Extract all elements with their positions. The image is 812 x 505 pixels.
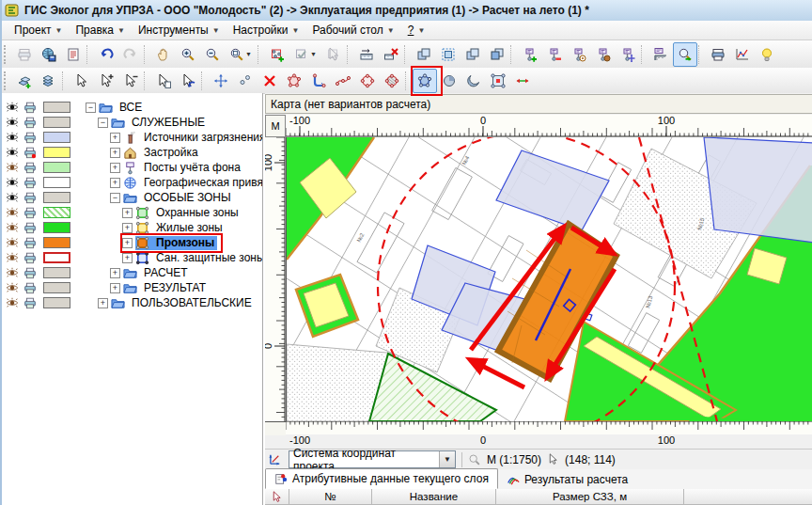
- move-post-button[interactable]: [616, 42, 640, 67]
- pan-hand-button[interactable]: [151, 42, 176, 67]
- shape-subtract-button[interactable]: [485, 42, 509, 67]
- layer-row-3[interactable]: +Источники загрязнения ат...: [2, 130, 262, 145]
- layer-row-11[interactable]: +Сан. защитные зоны: [2, 250, 262, 265]
- layer-row-2[interactable]: −СЛУЖЕБНЫЕ: [2, 115, 262, 130]
- layer-print-icon[interactable]: [23, 266, 39, 280]
- layer-color-swatch[interactable]: [43, 252, 70, 263]
- layer-print-icon[interactable]: [23, 191, 39, 205]
- map-canvas[interactable]: №2 №4 №15 №13: [286, 137, 812, 421]
- tree-expander-icon[interactable]: −: [86, 103, 96, 113]
- column-header-2[interactable]: Название: [372, 489, 496, 505]
- layer-label[interactable]: ОСОБЫЕ ЗОНЫ: [141, 191, 234, 205]
- dropdown-caret-icon[interactable]: ▼: [310, 51, 317, 57]
- zoom-out-button[interactable]: [200, 42, 225, 67]
- frame-center-button[interactable]: [486, 69, 510, 93]
- post-fon-button[interactable]: [591, 42, 616, 67]
- tips-button[interactable]: [755, 42, 779, 67]
- tree-expander-icon[interactable]: +: [110, 163, 120, 173]
- layer-color-swatch[interactable]: [43, 207, 70, 218]
- add-post-button[interactable]: [518, 42, 542, 67]
- layer-visibility-eye-icon[interactable]: [6, 236, 21, 250]
- layer-print-icon[interactable]: [23, 131, 39, 145]
- tab-results[interactable]: Результаты расчета: [498, 470, 636, 489]
- layer-label[interactable]: РАСЧЕТ: [141, 266, 191, 280]
- layer-visibility-eye-icon[interactable]: [6, 296, 21, 310]
- tree-expander-icon[interactable]: −: [98, 118, 108, 128]
- delete-vertex-button[interactable]: [258, 69, 282, 93]
- select-add-button[interactable]: [94, 69, 118, 93]
- layer-color-swatch[interactable]: [43, 297, 70, 308]
- layer-color-swatch[interactable]: [43, 192, 70, 203]
- layer-print-icon[interactable]: [23, 206, 39, 220]
- layer-visibility-eye-icon[interactable]: [6, 191, 21, 205]
- tree-expander-icon[interactable]: +: [110, 283, 120, 293]
- layer-label[interactable]: СЛУЖЕБНЫЕ: [129, 116, 208, 130]
- layer-label[interactable]: ВСЕ: [117, 101, 145, 115]
- layer-row-9[interactable]: +Жилые зоны: [2, 220, 262, 235]
- toolbar-grip[interactable]: [4, 45, 10, 64]
- layer-visibility-eye-icon[interactable]: [6, 206, 21, 220]
- select-minus-button[interactable]: [118, 69, 143, 93]
- layer-row-8[interactable]: +Охранные зоны: [2, 205, 262, 220]
- shape-union-button[interactable]: [412, 42, 436, 67]
- layer-print-icon[interactable]: [23, 236, 39, 250]
- clear-measure-button[interactable]: [379, 42, 403, 67]
- search-zoom-button[interactable]: [673, 42, 697, 67]
- tree-expander-icon[interactable]: −: [110, 193, 120, 203]
- layer-label[interactable]: Жилые зоны: [153, 221, 226, 235]
- layer-label[interactable]: Охранные зоны: [153, 206, 242, 220]
- layer-color-swatch[interactable]: [43, 162, 70, 173]
- layer-label[interactable]: Застройка: [141, 146, 201, 160]
- redo-button[interactable]: [118, 42, 143, 67]
- layer-color-swatch[interactable]: [43, 147, 70, 158]
- layer-visibility-eye-icon[interactable]: [6, 161, 21, 175]
- select-new-button[interactable]: [151, 69, 176, 93]
- layer-row-5[interactable]: +Посты учёта фона: [2, 160, 262, 175]
- layer-row-7[interactable]: −ОСОБЫЕ ЗОНЫ: [2, 190, 262, 205]
- tree-expander-icon[interactable]: +: [110, 178, 120, 188]
- add-layer-button[interactable]: [12, 69, 37, 93]
- measure-button[interactable]: [354, 42, 379, 67]
- layer-print-icon[interactable]: [23, 221, 39, 235]
- draw-hatch-circle-button[interactable]: [380, 69, 404, 93]
- layer-color-swatch[interactable]: [43, 222, 70, 233]
- dropdown-caret-icon[interactable]: ▼: [245, 51, 252, 57]
- layer-label[interactable]: Географическая привязка: [141, 176, 263, 190]
- measure-width-button[interactable]: [510, 69, 535, 93]
- tree-expander-icon[interactable]: +: [110, 268, 120, 278]
- coordinate-system-select[interactable]: Система координат проекта ▼: [289, 450, 456, 468]
- draw-corner-button[interactable]: [306, 69, 331, 93]
- layer-visibility-eye-icon[interactable]: [6, 176, 21, 190]
- layer-row-14[interactable]: +ПОЛЬЗОВАТЕЛЬСКИЕ: [2, 295, 262, 310]
- shape-select-region-button[interactable]: [436, 42, 461, 67]
- print-disabled-button[interactable]: [12, 42, 37, 67]
- apply-object-button[interactable]: ▼: [289, 42, 321, 67]
- layer-visibility-eye-icon[interactable]: [6, 131, 21, 145]
- layer-row-1[interactable]: −ВСЕ: [2, 100, 262, 115]
- menu-item-2[interactable]: Правка▼: [69, 22, 131, 39]
- layer-label[interactable]: РЕЗУЛЬТАТ: [141, 281, 209, 295]
- layer-color-swatch[interactable]: [43, 237, 70, 248]
- tree-expander-icon[interactable]: +: [98, 298, 108, 308]
- print-map-button[interactable]: [706, 42, 730, 67]
- tree-expander-icon[interactable]: +: [122, 238, 133, 248]
- layer-color-swatch[interactable]: [43, 102, 70, 113]
- draw-circle-button[interactable]: [355, 69, 380, 93]
- draw-curve-button[interactable]: [331, 69, 355, 93]
- menu-item-3[interactable]: Инструменты▼: [132, 22, 226, 39]
- tab-attributes[interactable]: Атрибутивные данные текущего слоя: [265, 468, 498, 489]
- select-back-button[interactable]: [176, 69, 200, 93]
- layer-row-4[interactable]: +Застройка: [2, 145, 262, 160]
- post-target-button[interactable]: [567, 42, 591, 67]
- layer-color-swatch[interactable]: [43, 177, 70, 188]
- layer-color-swatch[interactable]: [43, 117, 70, 128]
- shape-intersect-button[interactable]: [461, 42, 485, 67]
- layer-print-icon[interactable]: [23, 116, 39, 130]
- layer-visibility-eye-icon[interactable]: [6, 146, 21, 160]
- dropdown-arrow-icon[interactable]: ▼: [439, 451, 455, 467]
- layer-label[interactable]: ПОЛЬЗОВАТЕЛЬСКИЕ: [129, 296, 255, 310]
- pick-object-button[interactable]: [321, 42, 346, 67]
- layer-visibility-eye-icon[interactable]: [6, 101, 21, 115]
- menu-item-1[interactable]: Проект▼: [8, 22, 69, 39]
- layer-visibility-eye-icon[interactable]: [6, 116, 21, 130]
